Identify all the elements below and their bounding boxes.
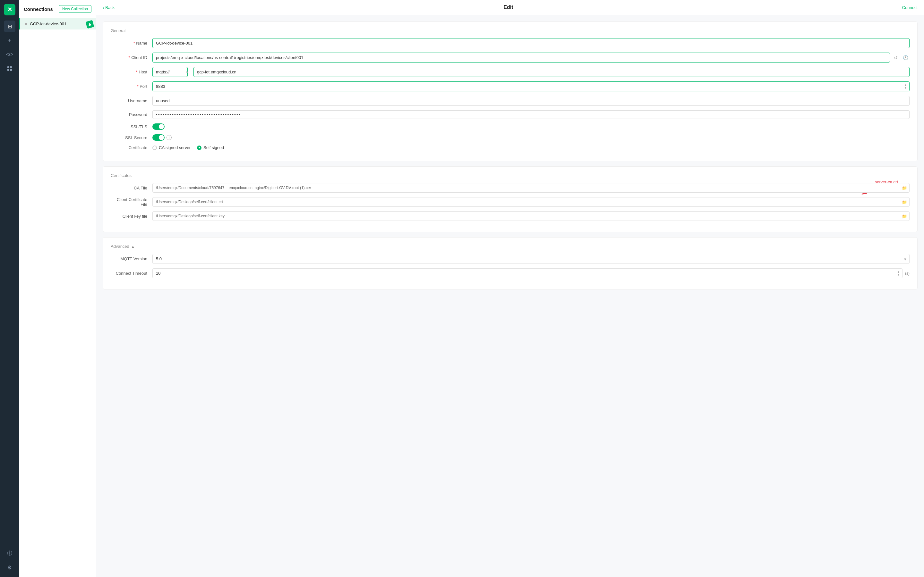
connection-item[interactable]: GCP-lot-device-001... [19,18,96,29]
logo: ✕ [4,4,15,15]
timeout-arrows: ▲ ▼ [897,271,900,276]
protocol-select[interactable]: mqtts:// mqtt:// wss:// ws:// [152,67,188,77]
port-input[interactable] [152,81,909,91]
ca-signed-radio-circle [152,145,157,150]
general-section: General Name Client ID ↺ 🕐 Host [103,21,918,161]
client-cert-browse-icon[interactable]: 📁 [902,200,907,205]
ca-file-wrap: /Users/emqx/Documents/cloud/7597647__emq… [152,183,909,193]
client-cert-display: /Users/emqx/Desktop/self-cert/client.crt [152,197,909,207]
sidebar-item-code[interactable]: </> [4,49,15,60]
advanced-label: Advanced [111,244,129,249]
svg-rect-1 [10,66,12,68]
ca-file-row: CA File /Users/emqx/Documents/cloud/7597… [111,183,909,193]
edit-header: ‹ Back Edit Connect [96,0,924,15]
certificates-section-title: Certificates [111,173,909,178]
password-label: Password [111,112,152,117]
client-id-input[interactable] [152,53,890,63]
ssl-secure-toggle-wrap: i [152,134,172,141]
self-signed-radio[interactable]: Self signed [197,145,224,150]
back-chevron-icon: ‹ [103,5,104,10]
sidebar-item-table[interactable] [4,63,15,74]
ca-file-label: CA File [111,185,152,190]
svg-rect-0 [7,66,9,68]
connection-badge [86,20,94,29]
sidebar: ✕ ⊞ + </> ⓘ ⚙ [0,0,19,577]
connect-button[interactable]: Connect [902,5,918,10]
name-label: Name [111,41,152,45]
client-cert-label: Client Certificate File [111,197,152,207]
connect-timeout-input[interactable] [152,268,903,278]
port-row: Port ▲ ▼ [111,81,909,91]
connect-timeout-row: Connect Timeout ▲ ▼ (s) [111,268,909,278]
ssl-secure-info-icon[interactable]: i [166,135,172,140]
name-input[interactable] [152,38,909,48]
self-signed-radio-circle [197,145,202,150]
ca-signed-label: CA signed server [159,145,191,150]
password-input[interactable] [152,110,909,119]
certificate-radio-group: CA signed server Self signed [152,145,224,150]
back-link[interactable]: ‹ Back [103,5,115,10]
client-id-row: Client ID ↺ 🕐 [111,53,909,63]
mqtt-version-select[interactable]: 3.1 3.1.1 5.0 [152,254,909,264]
self-signed-label: Self signed [204,145,224,150]
advanced-section: Advanced ▲ MQTT Version 3.1 3.1.1 5.0 Co… [103,237,918,290]
ssl-tls-toggle-wrap [152,123,165,130]
ssl-tls-label: SSL/TLS [111,124,152,129]
general-section-title: General [111,28,909,33]
username-input[interactable] [152,96,909,106]
port-field-wrap: ▲ ▼ [152,81,909,91]
new-collection-button[interactable]: New Collection [59,5,91,13]
protocol-select-wrap: mqtts:// mqtt:// wss:// ws:// [152,67,191,77]
certificate-label: Certificate [111,145,152,150]
connections-title: Connections [24,6,53,12]
name-row: Name [111,38,909,48]
port-arrows: ▲ ▼ [904,84,907,89]
sidebar-item-connections[interactable]: ⊞ [4,21,15,32]
client-cert-row: Client Certificate File /Users/emqx/Desk… [111,197,909,207]
connection-status-dot [25,23,27,25]
ssl-secure-label: SSL Secure [111,135,152,140]
connection-name: GCP-lot-device-001... [30,21,91,26]
client-key-row: Client key file /Users/emqx/Desktop/self… [111,211,909,221]
svg-rect-2 [7,69,9,71]
form-area: General Name Client ID ↺ 🕐 Host [96,15,924,577]
connections-header: Connections New Collection [19,0,96,18]
port-down-arrow[interactable]: ▼ [904,87,907,89]
main-content: ‹ Back Edit Connect General Name Client … [96,0,924,577]
ca-signed-radio[interactable]: CA signed server [152,145,191,150]
timeout-down-arrow[interactable]: ▼ [897,274,900,276]
advanced-chevron-icon[interactable]: ▲ [131,245,135,248]
ca-file-browse-icon[interactable]: 📁 [902,185,907,190]
host-label: Host [111,69,152,74]
certificate-row: Certificate CA signed server Self signed [111,145,909,150]
username-row: Username [111,96,909,106]
client-id-label: Client ID [111,55,152,60]
refresh-icon[interactable]: ↺ [893,55,899,61]
advanced-section-title: Advanced ▲ [111,244,909,249]
client-key-browse-icon[interactable]: 📁 [902,214,907,219]
client-key-wrap: /Users/emqx/Desktop/self-cert/client.key… [152,211,909,221]
back-label: Back [105,5,115,10]
connect-timeout-wrap: ▲ ▼ [152,268,903,278]
mqtt-version-row: MQTT Version 3.1 3.1.1 5.0 [111,254,909,264]
ssl-secure-toggle[interactable] [152,134,165,141]
connect-timeout-label: Connect Timeout [111,271,152,276]
ssl-tls-toggle[interactable] [152,123,165,130]
sidebar-item-settings[interactable]: ⚙ [4,562,15,573]
password-row: Password [111,110,909,119]
client-key-label: Client key file [111,214,152,219]
ssl-tls-row: SSL/TLS [111,123,909,130]
ssl-secure-row: SSL Secure i [111,134,909,141]
clock-icon[interactable]: 🕐 [901,55,909,61]
certificates-section: Certificates server-ca.crt CA File / [103,166,918,232]
ca-file-display: /Users/emqx/Documents/cloud/7597647__emq… [152,183,909,193]
client-key-display: /Users/emqx/Desktop/self-cert/client.key [152,211,909,221]
svg-rect-3 [10,69,12,71]
host-row: Host mqtts:// mqtt:// wss:// ws:// [111,67,909,77]
host-input[interactable] [194,67,909,77]
mqtt-version-label: MQTT Version [111,256,152,261]
username-label: Username [111,98,152,103]
sidebar-item-add[interactable]: + [4,35,15,46]
edit-title: Edit [115,5,902,10]
sidebar-item-info[interactable]: ⓘ [4,548,15,559]
